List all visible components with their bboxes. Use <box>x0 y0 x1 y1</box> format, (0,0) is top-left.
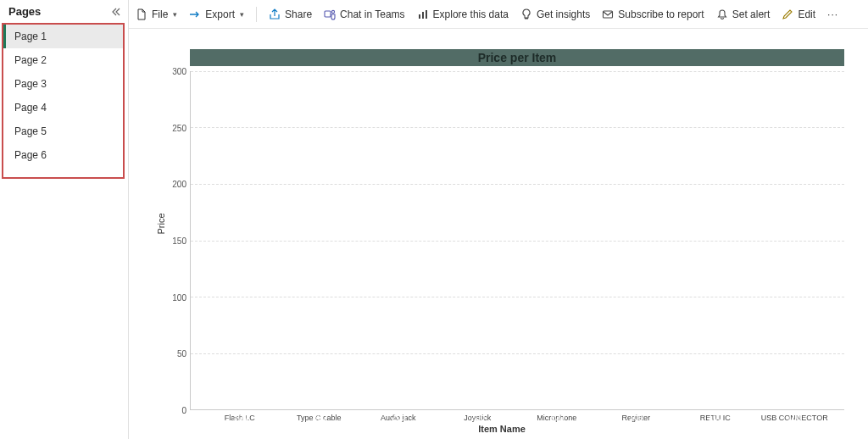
y-tick: 50 <box>177 349 186 358</box>
toolbar: File ▾ Export ▾ Share Chat in Teams Expl… <box>129 0 868 29</box>
bar-value-label: 100 <box>787 413 802 422</box>
edit-button[interactable]: Edit <box>782 8 815 20</box>
lightbulb-icon <box>520 8 532 20</box>
gridline <box>191 241 844 242</box>
page-item-5[interactable]: Page 5 <box>3 119 123 143</box>
page-item-2[interactable]: Page 2 <box>3 48 123 72</box>
gridline <box>191 71 844 72</box>
chat-label: Chat in Teams <box>340 8 404 20</box>
insights-label: Get insights <box>537 8 590 20</box>
y-tick: 200 <box>172 180 186 189</box>
bar-value-label: 100 <box>709 413 723 422</box>
sidebar-title: Pages <box>8 5 41 18</box>
chevron-down-icon: ▾ <box>173 10 177 19</box>
y-tick: 300 <box>172 67 186 76</box>
chart-title: Price per Item <box>190 49 844 66</box>
more-menu[interactable]: ··· <box>827 10 838 19</box>
explore-data-button[interactable]: Explore this data <box>417 8 509 20</box>
bar-value-label: 200 <box>392 413 406 422</box>
svg-rect-3 <box>422 12 424 19</box>
subscribe-label: Subscribe to report <box>618 8 704 20</box>
chat-teams-button[interactable]: Chat in Teams <box>324 8 404 20</box>
edit-label: Edit <box>798 8 815 20</box>
mail-icon <box>602 8 614 20</box>
file-label: File <box>152 8 168 20</box>
svg-rect-2 <box>419 14 420 19</box>
explore-icon <box>417 8 429 20</box>
bar-value-label: 200 <box>550 413 565 422</box>
bar-value-label: 300 <box>233 413 248 422</box>
svg-point-1 <box>331 10 334 13</box>
svg-rect-0 <box>325 11 331 17</box>
toolbar-separator <box>256 7 257 22</box>
gridline <box>191 353 844 354</box>
share-label: Share <box>285 8 312 20</box>
subscribe-button[interactable]: Subscribe to report <box>602 8 704 20</box>
gridline <box>191 297 844 297</box>
pages-sidebar: Pages Page 1Page 2Page 3Page 4Page 5Page… <box>0 0 129 439</box>
export-menu[interactable]: Export ▾ <box>189 8 244 20</box>
chart-grid: 300300200200200100100100 <box>190 71 844 410</box>
page-item-4[interactable]: Page 4 <box>3 96 123 119</box>
explore-label: Explore this data <box>433 8 509 20</box>
gridline <box>191 127 844 128</box>
teams-icon <box>324 8 336 20</box>
export-label: Export <box>205 8 235 20</box>
svg-rect-4 <box>426 10 427 19</box>
chevron-left-icon[interactable] <box>109 6 121 18</box>
y-tick: 150 <box>172 236 186 246</box>
alert-label: Set alert <box>732 8 771 20</box>
bar-value-label: 100 <box>629 413 643 422</box>
page-item-3[interactable]: Page 3 <box>3 72 123 96</box>
get-insights-button[interactable]: Get insights <box>520 8 590 20</box>
share-icon <box>269 8 281 20</box>
y-tick: 0 <box>181 406 186 415</box>
pages-highlight-box: Page 1Page 2Page 3Page 4Page 5Page 6 <box>2 23 125 179</box>
file-menu[interactable]: File ▾ <box>136 8 177 20</box>
page-item-1[interactable]: Page 1 <box>3 25 123 48</box>
bell-icon <box>716 8 728 20</box>
page-item-6[interactable]: Page 6 <box>3 143 123 167</box>
y-tick: 100 <box>172 292 186 302</box>
svg-rect-5 <box>604 11 613 18</box>
pencil-icon <box>782 8 793 20</box>
x-axis-label: Item Name <box>159 424 844 434</box>
bar-value-label: 200 <box>470 413 485 422</box>
report-canvas: Price per Item Price 050100150200250300 … <box>129 29 868 439</box>
share-button[interactable]: Share <box>269 8 312 20</box>
y-tick: 250 <box>172 123 186 132</box>
x-axis-ticks: Flash I.CType C cableAudio jackJoystickM… <box>190 410 844 422</box>
y-axis: 050100150200250300 <box>159 71 190 410</box>
page-list: Page 1Page 2Page 3Page 4Page 5Page 6 <box>0 25 128 179</box>
gridline <box>191 184 844 185</box>
chart-plot: Price 050100150200250300 300300200200200… <box>159 71 844 410</box>
bar-value-label: 300 <box>313 413 327 422</box>
file-icon <box>136 8 147 20</box>
export-icon <box>189 8 201 20</box>
set-alert-button[interactable]: Set alert <box>716 8 771 20</box>
chevron-down-icon: ▾ <box>240 10 244 19</box>
